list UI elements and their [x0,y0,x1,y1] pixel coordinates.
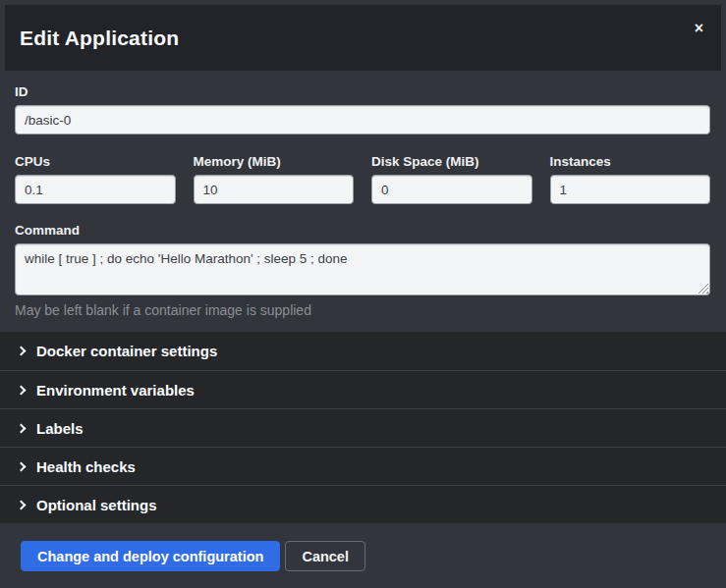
disk-label: Disk Space (MiB) [371,154,532,169]
section-optional-settings[interactable]: Optional settings [0,485,726,523]
command-label: Command [15,223,710,238]
chevron-right-icon [17,461,27,471]
cpus-label: CPUs [15,154,176,169]
instances-label: Instances [550,154,711,169]
section-label: Optional settings [36,497,157,513]
section-label: Docker container settings [36,343,217,359]
close-icon[interactable]: × [691,19,707,38]
command-textarea[interactable] [15,243,710,295]
section-label: Health checks [36,458,136,475]
section-docker-container-settings[interactable]: Docker container settings [0,332,726,370]
section-label: Labels [36,420,84,437]
memory-label: Memory (MiB) [194,154,355,169]
command-textarea-wrap [15,243,710,295]
chevron-right-icon [17,347,27,356]
section-label: Environment variables [36,382,195,399]
memory-input[interactable] [194,175,355,204]
section-health-checks[interactable]: Health checks [0,447,726,485]
id-field-group: ID [15,84,710,134]
command-field-group: Command May be left blank if a container… [15,223,710,318]
cancel-button[interactable]: Cancel [285,541,365,571]
modal-title: Edit Application [20,27,179,50]
resources-row: CPUs Memory (MiB) Disk Space (MiB) Insta… [15,154,710,204]
chevron-right-icon [17,385,27,395]
id-label: ID [15,84,710,99]
disk-input[interactable] [371,175,532,204]
cpus-input[interactable] [15,175,176,204]
modal-header: Edit Application × [5,5,721,71]
command-help-text: May be left blank if a container image i… [15,302,710,318]
change-and-deploy-button[interactable]: Change and deploy configuration [21,541,280,571]
memory-field-group: Memory (MiB) [194,154,355,204]
cpus-field-group: CPUs [15,154,176,204]
section-environment-variables[interactable]: Environment variables [0,370,726,408]
modal-body: ID CPUs Memory (MiB) Disk Space (MiB) In… [0,71,726,332]
accordion-sections: Docker container settings Environment va… [0,332,726,523]
edit-application-modal: Edit Application × ID CPUs Memory (MiB) … [0,0,726,588]
chevron-right-icon [17,500,27,509]
instances-field-group: Instances [550,154,711,204]
section-labels[interactable]: Labels [0,408,726,447]
modal-footer: Change and deploy configuration Cancel [0,523,726,588]
instances-input[interactable] [550,175,711,204]
chevron-right-icon [17,423,27,433]
id-input[interactable] [15,105,710,134]
disk-field-group: Disk Space (MiB) [371,154,532,204]
